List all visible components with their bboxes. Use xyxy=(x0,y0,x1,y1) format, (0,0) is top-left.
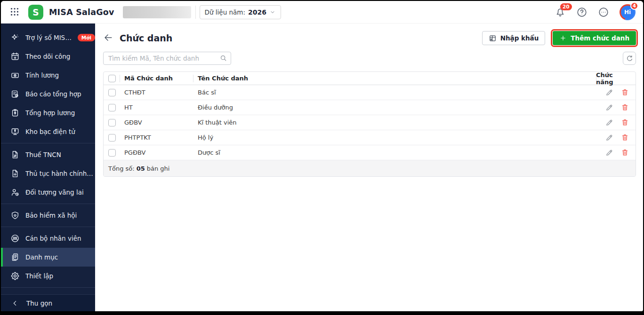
sidebar-item-label: Trợ lý số MISA AVA xyxy=(25,34,72,41)
avatar-count-badge: 4 xyxy=(630,2,638,10)
table-row: GĐBVKĩ thuật viên xyxy=(104,115,636,130)
report-icon xyxy=(10,89,20,99)
sidebar-divider xyxy=(1,143,95,143)
sidebar-item-settings[interactable]: Thiết lập xyxy=(1,267,95,285)
sidebar-item-label: Đối tượng vãng lai xyxy=(25,189,84,196)
sidebar-item-label: Thuế TNCN xyxy=(25,151,61,158)
column-header-actions: Chức năng xyxy=(596,72,636,85)
sidebar-divider xyxy=(1,287,95,288)
search-input[interactable] xyxy=(103,52,231,65)
back-arrow-icon[interactable] xyxy=(103,32,114,44)
add-job-title-button[interactable]: Thêm chức danh xyxy=(553,31,636,45)
sidebar-item-attendance[interactable]: Theo dõi công xyxy=(1,47,95,66)
delete-trash-icon[interactable] xyxy=(621,88,629,96)
sidebar-item-label: Thủ tục hành chính thuế xyxy=(25,170,95,177)
job-code: GĐBV xyxy=(120,115,193,130)
header-divider xyxy=(195,6,196,19)
select-all-checkbox[interactable] xyxy=(108,75,116,82)
table-row: CTHĐTBác sĩ xyxy=(104,85,636,100)
row-checkbox[interactable] xyxy=(108,89,116,96)
misa-logo-icon: S xyxy=(28,5,43,20)
row-checkbox[interactable] xyxy=(108,134,116,142)
tax-doc-icon xyxy=(10,150,20,159)
user-avatar[interactable]: Hi 4 xyxy=(620,4,636,20)
person-clock-icon xyxy=(10,188,20,197)
sidebar-item-label: Báo cáo tổng hợp xyxy=(25,90,81,98)
main-content: Chức danh Nhập khẩu Thêm chức danh xyxy=(95,24,643,311)
year-selector-label: Dữ liệu năm: xyxy=(205,8,245,16)
redacted-text-block xyxy=(123,6,191,18)
table-row: HTĐiều dưỡng xyxy=(104,100,636,115)
column-header-name: Tên Chức danh xyxy=(193,72,596,85)
sidebar-item-label: Cán bộ nhân viên xyxy=(25,235,81,242)
sidebar-item-label: Tổng hợp lương xyxy=(25,109,75,117)
collapse-label: Thu gọn xyxy=(26,299,52,307)
year-selector-value: 2026 xyxy=(248,8,266,16)
chevron-left-icon xyxy=(11,299,19,307)
sidebar-item-staff[interactable]: Cán bộ nhân viên xyxy=(1,229,95,248)
search-icon[interactable] xyxy=(219,54,227,62)
row-checkbox[interactable] xyxy=(108,149,116,157)
sidebar-item-nonresident[interactable]: Đối tượng vãng lai xyxy=(1,183,95,202)
cash-icon xyxy=(10,71,20,80)
refresh-icon xyxy=(626,55,634,63)
year-selector-dropdown[interactable]: Dữ liệu năm: 2026 xyxy=(200,5,281,19)
sidebar-item-pit[interactable]: Thuế TNCN xyxy=(1,145,95,164)
edit-pencil-icon[interactable] xyxy=(605,88,613,96)
edit-pencil-icon[interactable] xyxy=(605,149,613,157)
job-code: CTHĐT xyxy=(120,85,193,100)
sidebar: Trợ lý số MISA AVAMớiTheo dõi côngTính l… xyxy=(1,24,95,311)
notification-count-badge: 20 xyxy=(560,3,572,10)
refresh-button[interactable] xyxy=(623,52,636,65)
sidebar-item-label: Kho bạc điện tử xyxy=(25,128,75,135)
job-name: Hộ lý xyxy=(193,130,596,145)
job-name: Dược sĩ xyxy=(193,145,596,160)
sidebar-item-catalog[interactable]: Danh mục xyxy=(1,248,95,267)
sidebar-item-label: Bảo hiểm xã hội xyxy=(25,212,77,219)
job-code: PHTPTKT xyxy=(120,130,193,145)
sidebar-item-tax-procedures[interactable]: Thủ tục hành chính thuế xyxy=(1,164,95,183)
treasury-icon xyxy=(10,127,20,136)
clipboard-icon xyxy=(10,108,20,118)
row-checkbox[interactable] xyxy=(108,119,116,126)
sidebar-item-summary-report[interactable]: Báo cáo tổng hợp xyxy=(1,85,95,103)
sidebar-item-assistant[interactable]: Trợ lý số MISA AVAMới xyxy=(1,28,95,47)
page-title: Chức danh xyxy=(120,33,172,43)
edit-pencil-icon[interactable] xyxy=(605,134,613,142)
calendar-icon xyxy=(10,52,20,61)
edit-pencil-icon[interactable] xyxy=(605,118,613,126)
sidebar-item-label: Thiết lập xyxy=(25,272,53,280)
row-checkbox[interactable] xyxy=(108,104,116,111)
sidebar-item-payroll[interactable]: Tính lương xyxy=(1,66,95,85)
delete-trash-icon[interactable] xyxy=(621,118,629,126)
record-count: 05 xyxy=(137,165,145,172)
sidebar-item-salary-summary[interactable]: Tổng hợp lương xyxy=(1,103,95,122)
notification-bell-icon[interactable]: 20 xyxy=(555,7,566,18)
import-button[interactable]: Nhập khẩu xyxy=(482,31,546,45)
more-options-icon[interactable] xyxy=(598,7,609,18)
import-icon xyxy=(489,34,497,42)
sidebar-divider xyxy=(1,227,95,227)
collapse-sidebar-button[interactable]: Thu gọn xyxy=(1,294,95,311)
doc-plus-icon xyxy=(10,169,20,178)
help-icon[interactable] xyxy=(576,7,588,18)
job-titles-table: Mã Chức danh Tên Chức danh Chức năng CTH… xyxy=(103,71,636,177)
sidebar-item-social-insurance[interactable]: Bảo hiểm xã hội xyxy=(1,206,95,225)
edit-pencil-icon[interactable] xyxy=(605,103,613,111)
app-grid-icon[interactable] xyxy=(9,7,21,18)
table-header-row: Mã Chức danh Tên Chức danh Chức năng xyxy=(104,72,636,85)
delete-trash-icon[interactable] xyxy=(621,134,629,142)
delete-trash-icon[interactable] xyxy=(621,103,629,111)
catalog-icon xyxy=(10,252,20,262)
sidebar-divider xyxy=(1,204,95,204)
svg-text:S: S xyxy=(32,7,39,17)
job-name: Kĩ thuật viên xyxy=(193,115,596,130)
people-icon xyxy=(10,234,20,243)
chevron-down-icon xyxy=(269,9,276,16)
job-name: Điều dưỡng xyxy=(193,100,596,115)
delete-trash-icon[interactable] xyxy=(621,149,629,157)
table-row: PGĐBVDược sĩ xyxy=(104,145,636,160)
sidebar-item-e-treasury[interactable]: Kho bạc điện tử xyxy=(1,122,95,141)
app-window: S MISA SalaGov Dữ liệu năm: 2026 20 Hi 4 xyxy=(0,0,644,315)
job-name: Bác sĩ xyxy=(193,85,596,100)
